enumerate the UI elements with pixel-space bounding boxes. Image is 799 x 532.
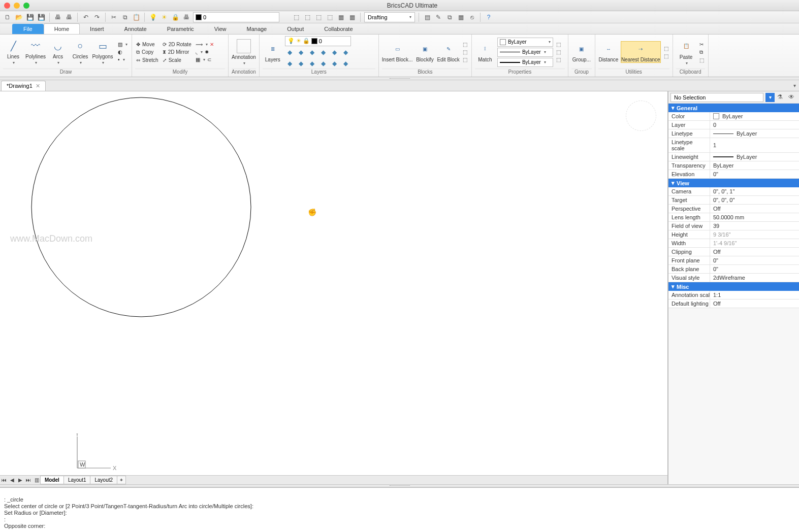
prop-tool-icon[interactable]: ⬚ (555, 49, 562, 55)
prop-value[interactable]: 0 (710, 121, 799, 129)
layer-tool-icon[interactable]: ◆ (330, 58, 340, 69)
model-tab[interactable]: Model (40, 476, 64, 484)
tool-icon[interactable]: ⬚ (292, 13, 301, 22)
prop-value[interactable]: 1 (710, 138, 799, 152)
explode-icon[interactable]: ✸ (205, 49, 209, 55)
layer-tool-icon[interactable]: ◆ (296, 47, 306, 57)
layer-tool-icon[interactable]: ◆ (318, 58, 329, 69)
category-misc[interactable]: ▾Misc (668, 282, 799, 291)
help-icon[interactable]: ? (484, 13, 493, 22)
new-icon[interactable]: 🗋 (3, 13, 12, 22)
polygons-button[interactable]: ▭Polygons▾ (92, 39, 113, 66)
layouts-list-icon[interactable]: ▥ (33, 477, 41, 483)
clip-tool-icon[interactable]: ⬚ (698, 57, 705, 63)
tool-icon[interactable]: ⎋ (467, 13, 476, 22)
filter-icon[interactable]: ⚗ (777, 93, 786, 102)
point-button[interactable]: •▾ (117, 56, 129, 63)
prop-value[interactable]: Off (710, 248, 799, 256)
offset-icon[interactable]: ⊂ (207, 57, 211, 62)
print-icon[interactable]: 🖶 (53, 13, 62, 22)
paste-icon[interactable]: 📋 (132, 13, 141, 22)
command-line[interactable]: : _circle Select center of circle or [2 … (0, 487, 799, 532)
minimize-window-icon[interactable] (14, 3, 20, 9)
layout1-tab[interactable]: Layout1 (63, 476, 91, 484)
prop-value[interactable]: ByLayer (710, 161, 799, 170)
chevron-down-icon[interactable]: ▾ (790, 83, 799, 88)
save-all-icon[interactable]: 💾 (37, 13, 46, 22)
close-window-icon[interactable] (4, 3, 10, 9)
layers-button[interactable]: ≣ Layers (263, 42, 283, 62)
layer-tool-icon[interactable]: ◆ (318, 47, 329, 57)
printer-small-icon[interactable]: 🖶 (182, 13, 191, 22)
prop-value[interactable]: ByLayer (710, 153, 799, 161)
zoom-window-icon[interactable] (23, 3, 29, 9)
prev-layout-icon[interactable]: ◀ (8, 477, 16, 483)
insert-block-button[interactable]: ▭Insert Block... (382, 42, 413, 62)
distance-button[interactable]: ↔Distance (598, 42, 619, 62)
linetype-bylayer-dropdown[interactable]: ByLayer▾ (497, 48, 553, 57)
prop-value[interactable]: ByLayer (710, 112, 799, 120)
tool-icon[interactable]: ⬚ (325, 13, 334, 22)
layout2-tab[interactable]: Layout2 (90, 476, 117, 484)
hatch-button[interactable]: ▨▾ (117, 41, 129, 48)
copy-button[interactable]: ⧉Copy (135, 49, 159, 56)
layer-tool-icon[interactable]: ◆ (285, 47, 295, 57)
doc-tab[interactable]: *Drawing1 ✕ (1, 81, 46, 91)
tab-view[interactable]: View (204, 24, 237, 34)
annotation-button[interactable]: Annotation ▾ (232, 39, 256, 65)
tool-icon[interactable]: ⬚ (303, 13, 312, 22)
lock-icon[interactable]: 🔒 (171, 13, 180, 22)
scale-button[interactable]: ⤢Scale (162, 57, 193, 63)
trim-button[interactable]: ⟿▾✕ (195, 41, 215, 48)
util-tool-icon[interactable]: ⬚ (663, 45, 669, 52)
boundary-button[interactable]: ◐ (117, 49, 129, 55)
save-icon[interactable]: 💾 (25, 13, 35, 22)
blockify-button[interactable]: ▣Blockify (414, 42, 435, 62)
prop-value[interactable]: 39 (710, 222, 799, 230)
last-layout-icon[interactable]: ⏭ (24, 477, 33, 483)
prop-value[interactable]: 0" (710, 265, 799, 273)
selection-dropdown[interactable]: No Selection (670, 93, 763, 102)
eye-icon[interactable]: 👁 (788, 93, 797, 102)
prop-value[interactable]: 50.0000 mm (710, 213, 799, 221)
prop-value[interactable]: 0" (710, 170, 799, 178)
match-button[interactable]: ⟟Match (475, 42, 495, 62)
tool-icon[interactable]: ⬚ (314, 13, 323, 22)
first-layout-icon[interactable]: ⏮ (0, 477, 8, 483)
lineweight-bylayer-dropdown[interactable]: ByLayer▾ (497, 58, 553, 67)
layer-tool-icon[interactable]: ◆ (341, 58, 351, 69)
tab-home[interactable]: Home (44, 23, 80, 34)
copy-icon[interactable]: ⧉ (120, 13, 130, 22)
tool-icon[interactable]: ▤ (423, 13, 432, 22)
redo-icon[interactable]: ↷ (92, 13, 102, 22)
tool-icon[interactable]: ✎ (434, 13, 443, 22)
prop-value[interactable]: 0" (710, 256, 799, 264)
array-button[interactable]: ▦▾⊂ (195, 56, 215, 63)
block-tool-icon[interactable]: ⬚ (462, 56, 468, 63)
drawing-canvas[interactable]: www.MacDown.com ✊ Y X W (0, 91, 667, 475)
rotate-button[interactable]: ⟳2D Rotate (162, 41, 193, 48)
prop-value[interactable]: 0", 0", 0" (710, 196, 799, 204)
tab-collaborate[interactable]: Collaborate (314, 24, 363, 34)
layer-tool-icon[interactable]: ◆ (307, 58, 317, 69)
tool-icon[interactable]: ⧉ (445, 13, 454, 22)
prop-tool-icon[interactable]: ⬚ (555, 56, 562, 63)
stretch-button[interactable]: ⇔Stretch (135, 57, 159, 63)
copy-small-icon[interactable]: ⧉ (698, 49, 705, 56)
tab-output[interactable]: Output (277, 24, 314, 34)
mirror-button[interactable]: ⧗2D Mirror (162, 49, 193, 56)
move-button[interactable]: ✥Move (135, 41, 159, 48)
prop-value[interactable]: 2dWireframe (710, 274, 799, 282)
layer-tool-icon[interactable]: ◆ (307, 47, 317, 57)
sun-icon[interactable]: ☀ (159, 13, 169, 22)
tab-annotate[interactable]: Annotate (114, 24, 157, 34)
block-tool-icon[interactable]: ⬚ (462, 41, 468, 48)
cut-small-icon[interactable]: ✂ (698, 41, 705, 48)
selection-drop-button[interactable]: ▾ (765, 93, 775, 102)
tab-file[interactable]: File (12, 24, 44, 34)
group-button[interactable]: ▣Group... (571, 42, 592, 62)
tool-icon[interactable]: ▦ (336, 13, 345, 22)
util-tool-icon[interactable]: ⬚ (663, 53, 669, 59)
tab-parametric[interactable]: Parametric (157, 24, 204, 34)
layer-dropdown[interactable]: 0 (193, 12, 279, 22)
